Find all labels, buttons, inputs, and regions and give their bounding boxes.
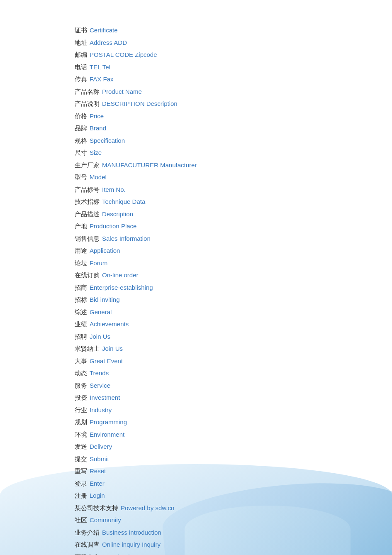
term-chinese-19: 论坛 (75, 258, 87, 269)
term-chinese-28: 动态 (75, 368, 87, 379)
list-item: 下载中心Download (75, 552, 392, 555)
list-item: 招标Bid inviting (75, 294, 392, 305)
list-item: 规格Specification (75, 135, 392, 146)
term-english-13: Item No. (102, 184, 126, 195)
term-chinese-30: 投资 (75, 392, 87, 403)
list-item: 论坛Forum (75, 258, 392, 269)
term-chinese-31: 行业 (75, 405, 87, 416)
term-english-19: Forum (90, 258, 107, 269)
list-item: 品牌Brand (75, 123, 392, 134)
list-item: 电话TEL Tel (75, 62, 392, 73)
list-item: 邮编POSTAL CODE Zipcode (75, 49, 392, 60)
term-chinese-12: 型号 (75, 172, 87, 183)
list-item: 重写Reset (75, 466, 392, 477)
term-english-12: Model (90, 172, 107, 183)
list-item: 招聘Join Us (75, 331, 392, 342)
list-item: 环境Environment (75, 429, 392, 440)
term-chinese-34: 发送 (75, 441, 87, 452)
term-chinese-33: 环境 (75, 429, 87, 440)
list-item: 求贤纳士Join Us (75, 343, 392, 354)
term-chinese-13: 产品标号 (75, 184, 100, 195)
list-item: 招商Enterprise-establishing (75, 282, 392, 293)
term-english-7: Price (90, 111, 104, 122)
term-chinese-11: 生产厂家 (75, 160, 100, 171)
list-item: 技术指标Technique Data (75, 196, 392, 207)
term-chinese-9: 规格 (75, 135, 87, 146)
term-chinese-29: 服务 (75, 380, 87, 391)
term-english-22: Bid inviting (90, 294, 120, 305)
term-chinese-43: 下载中心 (75, 552, 100, 555)
list-item: 型号Model (75, 172, 392, 183)
term-chinese-3: 电话 (75, 62, 87, 73)
term-english-41: Business introduction (102, 527, 161, 538)
list-item: 尺寸Size (75, 147, 392, 158)
term-english-38: Login (90, 490, 105, 501)
list-item: 产品说明DESCRIPTION Description (75, 98, 392, 109)
term-english-6: DESCRIPTION Description (102, 98, 178, 109)
term-english-24: Achievements (90, 319, 129, 330)
term-chinese-7: 价格 (75, 111, 87, 122)
term-english-5: Product Name (102, 86, 142, 97)
main-content: 证书Certificate地址Address ADD邮编POSTAL CODE … (0, 0, 392, 555)
term-chinese-6: 产品说明 (75, 98, 100, 109)
list-item: 用途Application (75, 245, 392, 256)
term-english-30: Investment (90, 392, 120, 403)
list-item: 地址Address ADD (75, 37, 392, 48)
term-chinese-42: 在线调查 (75, 539, 100, 550)
term-chinese-18: 用途 (75, 245, 87, 256)
term-chinese-35: 提交 (75, 454, 87, 465)
list-item: 产品描述Description (75, 209, 392, 220)
term-english-43: Download (102, 552, 130, 555)
list-item: 注册Login (75, 490, 392, 501)
term-english-9: Specification (90, 135, 125, 146)
list-item: 产品标号Item No. (75, 184, 392, 195)
list-item: 服务Service (75, 380, 392, 391)
list-item: 业务介绍Business introduction (75, 527, 392, 538)
term-chinese-21: 招商 (75, 282, 87, 293)
term-chinese-17: 销售信息 (75, 233, 100, 244)
term-chinese-40: 社区 (75, 515, 87, 526)
term-chinese-20: 在线订购 (75, 270, 100, 281)
list-item: 综述General (75, 307, 392, 318)
term-chinese-38: 注册 (75, 490, 87, 501)
list-item: 传真FAX Fax (75, 74, 392, 85)
term-english-3: TEL Tel (90, 62, 110, 73)
term-chinese-16: 产地 (75, 221, 87, 232)
list-item: 提交Submit (75, 454, 392, 465)
term-english-8: Brand (90, 123, 106, 134)
term-english-17: Sales Information (102, 233, 151, 244)
term-english-33: Environment (90, 429, 124, 440)
list-item: 业绩Achievements (75, 319, 392, 330)
term-chinese-8: 品牌 (75, 123, 87, 134)
list-item: 生产厂家MANUFACUTURER Manufacturer (75, 160, 392, 171)
list-item: 证书Certificate (75, 25, 392, 36)
list-item: 社区Community (75, 515, 392, 526)
list-item: 行业Industry (75, 405, 392, 416)
term-chinese-4: 传真 (75, 74, 87, 85)
term-english-27: Great Event (90, 356, 123, 367)
list-item: 登录Enter (75, 478, 392, 489)
term-english-0: Certificate (90, 25, 118, 36)
list-item: 价格Price (75, 111, 392, 122)
term-english-18: Application (90, 245, 120, 256)
term-chinese-37: 登录 (75, 478, 87, 489)
term-english-21: Enterprise-establishing (90, 282, 153, 293)
term-english-15: Description (102, 209, 133, 220)
term-english-1: Address ADD (90, 37, 127, 48)
list-item: 发送Delivery (75, 441, 392, 452)
term-chinese-27: 大事 (75, 356, 87, 367)
list-item: 产地Production Place (75, 221, 392, 232)
term-english-14: Technique Data (102, 196, 145, 207)
term-english-42: Online inquiry Inquiry (102, 539, 161, 550)
term-english-35: Submit (90, 454, 109, 465)
term-chinese-36: 重写 (75, 466, 87, 477)
list-item: 在线调查Online inquiry Inquiry (75, 539, 392, 550)
term-chinese-24: 业绩 (75, 319, 87, 330)
term-chinese-1: 地址 (75, 37, 87, 48)
list-item: 大事Great Event (75, 356, 392, 367)
term-english-16: Production Place (90, 221, 136, 232)
list-item: 某公司技术支持Powered by sdw.cn (75, 503, 392, 513)
term-english-25: Join Us (90, 331, 110, 342)
term-english-32: Programming (90, 417, 127, 428)
term-chinese-2: 邮编 (75, 49, 87, 60)
